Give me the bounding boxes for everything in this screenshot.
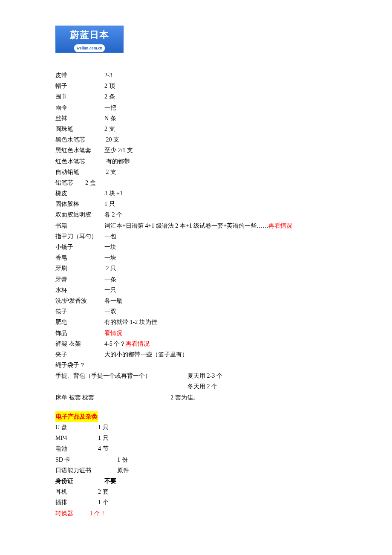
item-row: 插排1 个 [55,497,337,508]
item-row: MP41 只 [55,433,337,443]
cert-row: 日语能力证书原件 [55,465,337,476]
item-label: 帽子 [55,81,104,91]
item-label: 皮带 [55,70,104,81]
item-value: 2 套 [98,486,109,497]
item-value: 2 支 [104,124,115,134]
item-value: 2 条 [104,91,115,102]
item-row: 筷子一双 [55,306,337,317]
item-label: 饰品 [55,328,104,338]
books-row: 书籍词汇本+日语第 4+1 级语法 2 本+1 级试卷一套+英语的一些……再看情… [55,220,337,231]
bags-row-2: 冬天用 2 个 [55,381,337,392]
item-row: 圆珠笔2 支 [55,124,337,134]
item-row: 牙刷 2 只 [55,263,337,274]
bags-left: 手提、背包（手提一个或再背一个） [55,370,187,381]
item-label: 日语能力证书 [55,465,117,476]
item-value: 不要 [104,476,116,486]
item-row: U 盘1 只 [55,422,337,433]
item-label: 裤架 衣架 [55,338,104,349]
item-value: 2 支 [104,167,116,177]
item-value: 一只 [104,285,116,295]
item-row: 黑色水笔芯 20 支 [55,134,337,145]
item-row: 洗/护发香波各一瓶 [55,295,337,306]
item-label: 指甲刀（耳勺） [55,231,104,242]
item-row: 围巾2 条 [55,91,337,102]
item-label: 耳机 [55,486,98,497]
accessories-row: 饰品看情况 [55,328,337,338]
item-row: 小镜子一块 [55,242,337,252]
item-label: 身份证 [55,476,104,486]
item-row: 橡皮3 块 +1 [55,188,337,199]
hanger-row: 裤架 衣架4-5 个？再看情况 [55,338,337,349]
item-value: 各 2 个 [104,209,122,220]
section-header-text: 电子产品及杂类 [55,411,98,422]
item-row: 铅笔芯2 盒 [55,177,337,188]
item-row: 自动铅笔 2 支 [55,167,337,177]
item-value: 有的就带 1-2 块为佳 [104,317,157,327]
item-row: 肥皂有的就带 1-2 块为佳 [55,317,337,327]
item-value: 2-3 [104,70,112,81]
item-value: 至少 2/1 支 [104,145,133,156]
item-label: 圆珠笔 [55,124,104,134]
item-label: SD 卡 [55,454,117,465]
item-label: 肥皂 [55,317,104,327]
item-row: 雨伞一把 [55,102,337,113]
item-value: 4 节 [98,443,109,454]
item-value: 1 只 [104,199,115,209]
item-value: 有的都带 [104,156,130,167]
item-value: 大的小的都带一些（篮子里有） [104,349,188,360]
red-suffix: 再看情况 [268,223,292,229]
item-value: 一把 [104,102,116,113]
item-row: 固体胶棒1 只 [55,199,337,209]
item-value: 一块 [104,252,116,263]
item-row: 耳机2 套 [55,486,337,497]
item-label: 小镜子 [55,242,104,252]
item-label: 牙刷 [55,263,104,274]
section-header: 电子产品及杂类 [55,411,337,422]
bags-right: 夏天用 2-3 个 [187,373,222,379]
item-label: 书籍 [55,220,104,231]
bed-row: 床单 被套 枕套2 套为佳。 [55,392,337,403]
logo: 蔚蓝日本 weilan.com.cn [55,26,124,53]
item-label: 夹子 [55,349,104,360]
item-list-4: U 盘1 只MP41 只电池4 节 [55,422,337,454]
item-label: 香皂 [55,252,104,263]
item-row: 红色水笔芯 有的都带 [55,156,337,167]
item-row: 帽子2 顶 [55,81,337,91]
item-row: 黑红色水笔套至少 2/1 支 [55,145,337,156]
item-label: 雨伞 [55,102,104,113]
item-row: 电池4 节 [55,443,337,454]
item-value: 各一瓶 [104,295,122,306]
bed-value: 2 套为佳。 [170,394,199,401]
item-row: 皮带2-3 [55,70,337,81]
item-value: 1 个 [98,497,109,508]
converter-text: 转换器 1 个！ [55,510,106,517]
item-row: 牙膏一条 [55,274,337,285]
bed-label: 床单 被套 枕套 [55,392,170,403]
item-label: 绳子袋子？ [55,362,85,368]
item-value: 1 份 [117,454,128,465]
item-list-3: 指甲刀（耳勺）一包小镜子一块香皂一块牙刷 2 只牙膏一条水杯一只洗/护发香波各一… [55,231,337,328]
item-label: 洗/护发香波 [55,295,104,306]
item-prefix: 4-5 个？ [104,338,126,349]
item-label: 插排 [55,497,98,508]
item-label: 红色水笔芯 [55,156,104,167]
item-label: 固体胶棒 [55,199,104,209]
item-list-1: 皮带2-3帽子2 顶围巾2 条雨伞一把丝袜N 条圆珠笔2 支黑色水笔芯 20 支… [55,70,337,177]
item-value: N 条 [104,113,116,124]
clips-row: 夹子大的小的都带一些（篮子里有） [55,349,337,360]
red-suffix: 再看情况 [126,341,150,347]
bags-row: 手提、背包（手提一个或再背一个）夏天用 2-3 个 [55,370,337,381]
logo-text-bottom: weilan.com.cn [74,44,105,52]
item-label: 黑红色水笔套 [55,145,104,156]
item-value: 原件 [117,465,129,476]
item-value: 3 块 +1 [104,188,123,199]
item-value: 一包 [104,231,116,242]
item-value: 一双 [104,306,116,317]
item-row: 水杯一只 [55,285,337,295]
item-value: 2 只 [104,263,116,274]
page-content: 蔚蓝日本 weilan.com.cn 皮带2-3帽子2 顶围巾2 条雨伞一把丝袜… [0,0,392,536]
logo-text-top: 蔚蓝日本 [70,26,109,43]
item-value: 2 顶 [104,81,115,91]
rope-row: 绳子袋子？ [55,360,337,370]
red-value: 看情况 [104,330,122,336]
